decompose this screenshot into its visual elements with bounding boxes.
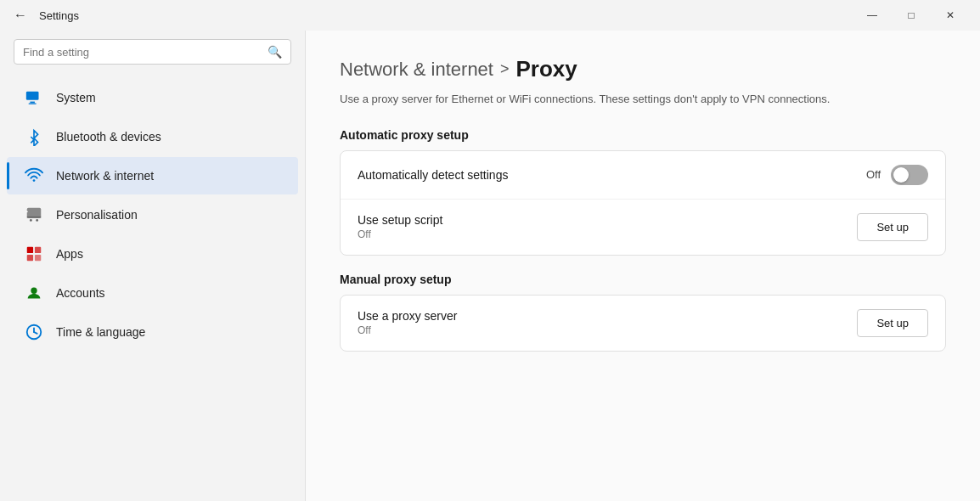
setup-script-right: Set up xyxy=(857,213,928,241)
sidebar-item-time-label: Time & language xyxy=(56,325,145,339)
breadcrumb-parent: Network & internet xyxy=(340,59,493,81)
page-header: Network & internet > Proxy Use a proxy s… xyxy=(340,56,946,108)
auto-detect-label: Automatically detect settings xyxy=(358,168,508,182)
page-description: Use a proxy server for Ethernet or WiFi … xyxy=(340,91,900,108)
svg-rect-1 xyxy=(30,102,35,104)
auto-detect-row: Automatically detect settings Off xyxy=(341,151,945,200)
setup-script-left: Use setup script Off xyxy=(358,213,442,240)
network-icon xyxy=(24,166,44,186)
manual-section-title: Manual proxy setup xyxy=(340,273,946,286)
bluetooth-icon xyxy=(24,127,44,147)
auto-detect-right: Off xyxy=(866,165,928,185)
svg-rect-10 xyxy=(27,255,33,261)
sidebar-item-system-label: System xyxy=(56,91,96,104)
proxy-server-sublabel: Off xyxy=(358,324,457,336)
sidebar-item-system[interactable]: System xyxy=(7,79,298,116)
svg-rect-11 xyxy=(35,255,41,261)
search-box[interactable]: 🔍 xyxy=(14,39,291,65)
svg-rect-2 xyxy=(29,103,37,104)
proxy-server-button[interactable]: Set up xyxy=(857,309,928,337)
sidebar: 🔍 System Bluetooth & devices xyxy=(0,31,306,501)
search-input[interactable] xyxy=(23,46,261,59)
sidebar-item-network[interactable]: Network & internet xyxy=(7,157,298,194)
setup-script-button[interactable]: Set up xyxy=(857,213,928,241)
proxy-server-label: Use a proxy server xyxy=(358,309,457,323)
setup-script-label: Use setup script xyxy=(358,213,442,227)
system-icon xyxy=(24,87,44,108)
sidebar-item-apps[interactable]: Apps xyxy=(7,235,298,273)
sidebar-item-bluetooth-label: Bluetooth & devices xyxy=(56,130,161,144)
main-layout: 🔍 System Bluetooth & devices xyxy=(0,31,980,501)
minimize-button[interactable]: — xyxy=(853,2,892,29)
auto-detect-toggle[interactable] xyxy=(891,165,928,185)
breadcrumb-current: Proxy xyxy=(515,56,577,82)
window-controls: — □ ✕ xyxy=(853,2,970,29)
automatic-proxy-card: Automatically detect settings Off Use se… xyxy=(340,150,946,256)
sidebar-item-personalisation-label: Personalisation xyxy=(56,208,138,222)
proxy-server-row: Use a proxy server Off Set up xyxy=(341,296,945,351)
auto-detect-toggle-label: Off xyxy=(866,168,881,181)
maximize-button[interactable]: □ xyxy=(892,2,931,29)
svg-point-6 xyxy=(36,219,38,222)
personalisation-icon xyxy=(24,205,44,225)
back-button[interactable]: ← xyxy=(10,6,31,25)
breadcrumb-chevron: > xyxy=(500,60,510,78)
time-icon xyxy=(24,322,44,342)
title-bar-left: ← Settings xyxy=(10,6,79,25)
toggle-thumb xyxy=(893,167,909,183)
breadcrumb: Network & internet > Proxy xyxy=(340,56,946,82)
manual-proxy-card: Use a proxy server Off Set up xyxy=(340,295,946,352)
accounts-icon xyxy=(24,283,44,303)
svg-rect-8 xyxy=(27,247,33,253)
proxy-server-left: Use a proxy server Off xyxy=(358,309,457,336)
title-bar: ← Settings — □ ✕ xyxy=(0,0,980,31)
close-button[interactable]: ✕ xyxy=(931,2,970,29)
svg-point-12 xyxy=(31,288,37,294)
sidebar-item-accounts-label: Accounts xyxy=(56,286,105,300)
apps-icon xyxy=(24,244,44,264)
svg-rect-0 xyxy=(26,92,39,100)
app-title: Settings xyxy=(39,9,79,22)
setup-script-row: Use setup script Off Set up xyxy=(341,200,945,255)
svg-point-3 xyxy=(33,179,36,182)
sidebar-item-network-label: Network & internet xyxy=(56,169,154,183)
svg-line-15 xyxy=(34,332,37,334)
search-icon: 🔍 xyxy=(268,45,282,59)
sidebar-item-bluetooth[interactable]: Bluetooth & devices xyxy=(7,118,298,155)
svg-point-5 xyxy=(30,219,32,222)
sidebar-item-time[interactable]: Time & language xyxy=(7,313,298,351)
content-area: Network & internet > Proxy Use a proxy s… xyxy=(306,31,980,501)
sidebar-item-apps-label: Apps xyxy=(56,247,83,261)
svg-rect-9 xyxy=(35,247,41,253)
sidebar-item-accounts[interactable]: Accounts xyxy=(7,274,298,312)
automatic-section-title: Automatic proxy setup xyxy=(340,128,946,142)
sidebar-item-personalisation[interactable]: Personalisation xyxy=(7,196,298,234)
setup-script-sublabel: Off xyxy=(358,228,442,240)
auto-detect-left: Automatically detect settings xyxy=(358,168,508,182)
proxy-server-right: Set up xyxy=(857,309,928,337)
